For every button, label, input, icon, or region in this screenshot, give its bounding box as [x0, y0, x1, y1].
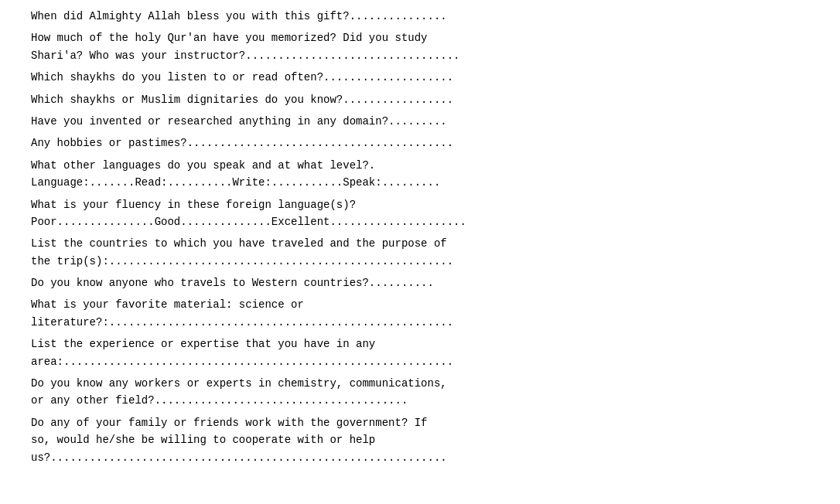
question-item-7: What other languages do you speak and at…	[31, 157, 809, 192]
question-item-8: What is your fluency in these foreign la…	[31, 196, 809, 231]
question-item-9: List the countries to which you have tra…	[31, 235, 809, 270]
question-item-12: List the experience or expertise that yo…	[31, 335, 809, 370]
question-item-14: Do any of your family or friends work wi…	[31, 414, 809, 466]
question-item-10: Do you know anyone who travels to Wester…	[31, 274, 809, 291]
question-item-4: Which shaykhs or Muslim dignitaries do y…	[31, 91, 809, 108]
question-item-6: Any hobbies or pastimes?................…	[31, 135, 809, 152]
question-item-1: When did Almighty Allah bless you with t…	[31, 8, 809, 25]
questions-container: When did Almighty Allah bless you with t…	[31, 8, 809, 466]
question-item-2: How much of the holy Qur'an have you mem…	[31, 29, 809, 64]
question-item-11: What is your favorite material: science …	[31, 296, 809, 331]
question-item-13: Do you know any workers or experts in ch…	[31, 375, 809, 410]
question-item-3: Which shaykhs do you listen to or read o…	[31, 69, 809, 86]
question-item-5: Have you invented or researched anything…	[31, 113, 809, 130]
